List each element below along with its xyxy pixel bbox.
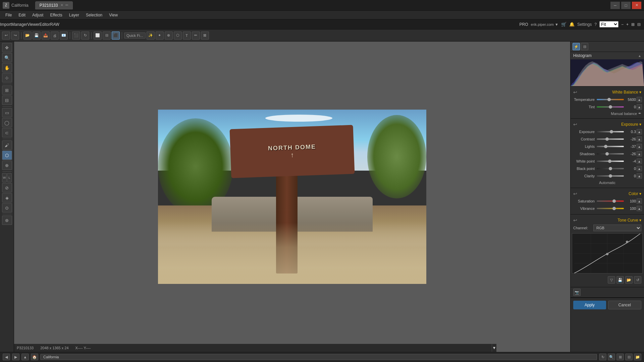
rotate-button[interactable]: ↻ <box>81 32 89 40</box>
tab-close[interactable]: ✕ <box>60 3 63 7</box>
export-button[interactable]: 📤 <box>42 32 50 40</box>
menu-effects[interactable]: Effects <box>47 12 65 18</box>
contrast-up-btn[interactable]: ▲ <box>637 136 642 142</box>
menu-layer[interactable]: Layer <box>66 12 83 18</box>
vibrance-up-btn[interactable]: ▲ <box>637 206 642 211</box>
undo-button[interactable]: ↩ <box>2 32 10 40</box>
quick-fix-button[interactable]: Quick Fi... <box>124 33 146 39</box>
white-balance-title[interactable]: White Balance ▾ <box>612 90 641 95</box>
color-undo-icon[interactable]: ↩ <box>573 191 577 196</box>
clarity-slider[interactable] <box>597 175 624 177</box>
tool-sharpen[interactable]: ◈ <box>2 193 12 202</box>
draw-button[interactable]: ✏ <box>192 32 200 40</box>
tint-slider[interactable] <box>597 106 624 108</box>
user-info[interactable]: erik.piper.com ▼ <box>531 22 558 26</box>
panel-icon-flash[interactable]: ⚡ <box>573 43 580 50</box>
zoom-out-button[interactable]: − <box>621 22 624 27</box>
view-compare-button[interactable]: ⊟ <box>103 32 111 40</box>
fs-folder-btn[interactable]: 📁 <box>634 354 641 360</box>
tool-levels[interactable]: L <box>7 173 12 182</box>
channel-select[interactable]: RGB Red Green Blue <box>593 225 641 231</box>
cart-icon[interactable]: 🛒 <box>561 22 567 27</box>
filmstrip-folder[interactable]: California <box>40 354 597 360</box>
black-point-up-btn[interactable]: ▲ <box>637 166 642 171</box>
tool-gradient[interactable]: ⊘ <box>2 183 12 192</box>
settings-link[interactable]: Settings <box>577 22 592 27</box>
color-title[interactable]: Color ▾ <box>629 191 641 196</box>
exposure-title[interactable]: Exposure ▾ <box>621 122 641 127</box>
fs-filter-btn[interactable]: ⊟ <box>625 354 633 360</box>
temperature-up-btn[interactable]: ▲ <box>637 97 642 102</box>
active-tab[interactable]: P3210133 ✕ ✏ <box>35 1 73 9</box>
fs-back-btn[interactable]: ▲ <box>21 354 29 360</box>
tab-manager[interactable]: Manager <box>11 22 27 27</box>
exposure-up-btn[interactable]: ▲ <box>637 129 642 134</box>
crop-button[interactable]: ⬛ <box>72 32 80 40</box>
view-full-button[interactable]: ⬛ <box>112 32 120 40</box>
print-button[interactable]: 🖨 <box>51 32 59 40</box>
panel-icon-adjust[interactable]: ⊟ <box>581 43 588 50</box>
fs-sort-btn[interactable]: ⊞ <box>616 354 624 360</box>
tc-save-btn[interactable]: 💾 <box>616 276 624 284</box>
cancel-button[interactable]: Cancel <box>608 301 642 309</box>
tool-transform[interactable]: ⊙ <box>2 203 12 213</box>
apply-button[interactable]: Apply <box>573 301 606 309</box>
contrast-slider[interactable] <box>597 138 624 140</box>
tool-move[interactable]: ✥ <box>2 43 12 52</box>
zoom-in-button[interactable]: + <box>626 22 629 27</box>
help-icon[interactable]: ? <box>594 22 597 27</box>
clarity-up-btn[interactable]: ▲ <box>637 173 642 179</box>
tool-lasso[interactable]: ⊂ <box>2 128 12 137</box>
tone-curve-title[interactable]: Tone Curve ▾ <box>618 218 641 223</box>
close-button[interactable]: ✕ <box>632 2 641 9</box>
black-point-slider[interactable] <box>597 168 624 169</box>
exp-undo-icon[interactable]: ↩ <box>573 122 577 127</box>
zoom-select[interactable]: Fit 100% 200% <box>599 21 619 27</box>
menu-view[interactable]: View <box>106 12 121 18</box>
tool-hand[interactable]: ✋ <box>2 63 12 72</box>
clone-button[interactable]: ⊕ <box>165 32 173 40</box>
maximize-button[interactable]: □ <box>621 2 631 9</box>
vibrance-slider[interactable] <box>597 208 624 209</box>
retouch-button[interactable]: ⬡ <box>174 32 182 40</box>
fs-refresh-btn[interactable]: ↻ <box>599 354 606 360</box>
tc-load-btn[interactable]: 📂 <box>625 276 633 284</box>
automatic-row[interactable]: Automatic <box>571 180 644 186</box>
tool-white-balance[interactable]: W <box>2 173 7 182</box>
saturation-up-btn[interactable]: ▲ <box>637 198 642 204</box>
menu-adjust[interactable]: Adjust <box>29 12 47 18</box>
menu-selection[interactable]: Selection <box>83 12 106 18</box>
tab-viewer[interactable]: Viewer <box>27 22 39 27</box>
tab-raw[interactable]: RAW <box>50 22 59 27</box>
scroll-indicator[interactable]: ▼ <box>492 344 496 352</box>
histogram-header[interactable]: Histogram ▲ <box>571 52 644 59</box>
share-button[interactable]: 📧 <box>60 32 68 40</box>
saturation-slider[interactable] <box>597 200 624 202</box>
temperature-slider[interactable] <box>597 99 624 100</box>
tool-brush[interactable]: 🖌 <box>2 140 12 150</box>
fs-next-btn[interactable]: ▶ <box>12 354 19 360</box>
menu-file[interactable]: File <box>2 12 15 18</box>
text-button[interactable]: T <box>183 32 191 40</box>
magic-button[interactable]: ✨ <box>147 32 155 40</box>
shadows-up-btn[interactable]: ▲ <box>637 151 642 157</box>
tool-grid[interactable]: ⊞ <box>2 85 12 95</box>
open-button[interactable]: 📂 <box>23 32 32 40</box>
camera-icon-btn[interactable]: 📷 <box>573 289 581 296</box>
minimize-button[interactable]: ─ <box>610 2 620 9</box>
white-point-up-btn[interactable]: ▲ <box>637 159 642 164</box>
lights-slider[interactable] <box>597 146 624 147</box>
filter-button[interactable]: ⊠ <box>201 32 209 40</box>
fs-home-btn[interactable]: 🏠 <box>31 354 38 360</box>
tool-clone-stamp[interactable]: ⊕ <box>2 161 12 170</box>
shadows-slider[interactable] <box>597 153 624 155</box>
tab-import[interactable]: Import <box>0 22 11 27</box>
view-grid-button[interactable]: ⊞ <box>631 22 635 27</box>
heal-button[interactable]: ✦ <box>156 32 164 40</box>
tool-select-ellipse[interactable]: ◯ <box>2 118 12 127</box>
tc-reset-btn[interactable]: ↺ <box>634 276 641 284</box>
tc-undo-icon[interactable]: ↩ <box>573 218 577 223</box>
view-normal-button[interactable]: ⬜ <box>94 32 102 40</box>
view-split-button[interactable]: ⊟ <box>637 22 641 27</box>
save-button[interactable]: 💾 <box>33 32 41 40</box>
